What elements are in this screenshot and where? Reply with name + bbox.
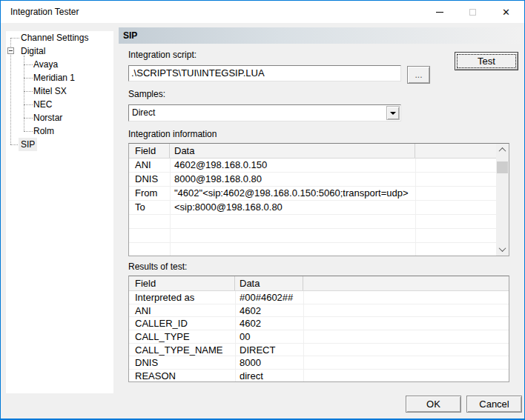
table-row[interactable]: ANI 4602@198.168.0.150 xyxy=(129,159,509,173)
scroll-down-button[interactable] xyxy=(496,243,509,256)
close-button[interactable]: ✕ xyxy=(489,1,523,23)
results-of-test-table: Field Data Interpreted as #00#4602## ANI… xyxy=(128,276,509,382)
column-divider xyxy=(303,291,304,381)
page-title: SIP xyxy=(119,27,521,44)
test-button[interactable]: Test xyxy=(455,52,518,70)
sidebar-item-digital[interactable]: Digital xyxy=(6,44,113,58)
titlebar: Integration Tester ✕ xyxy=(1,1,524,23)
table-row[interactable]: DNIS 8000 xyxy=(129,356,509,370)
browse-button[interactable]: ... xyxy=(407,66,430,84)
table-header: Field Data xyxy=(129,144,509,159)
collapse-minus-icon[interactable] xyxy=(7,47,14,54)
sidebar-item-channel-settings[interactable]: Channel Settings xyxy=(6,31,113,44)
sidebar-item-avaya[interactable]: Avaya xyxy=(6,58,113,71)
table-row[interactable]: CALL_TYPE 00 xyxy=(129,330,509,344)
integration-tree: Channel Settings Digital Avaya Meridian … xyxy=(6,31,113,393)
integration-script-input[interactable]: .\SCRIPTS\TUI\INTEGSIP.LUA xyxy=(128,65,401,81)
column-divider xyxy=(415,159,416,256)
results-of-test-label: Results of test: xyxy=(128,261,187,272)
integration-script-label: Integration script: xyxy=(128,50,197,60)
sidebar-item-nec[interactable]: NEC xyxy=(6,98,113,111)
header-cell-data[interactable]: Data xyxy=(235,276,303,290)
scroll-up-button[interactable] xyxy=(496,144,509,156)
dropdown-button[interactable] xyxy=(386,106,400,120)
cancel-button[interactable]: Cancel xyxy=(466,396,522,413)
sidebar-item-rolm[interactable]: Rolm xyxy=(6,124,113,138)
table-row-empty xyxy=(129,229,509,243)
close-icon: ✕ xyxy=(502,7,510,17)
scroll-thumb[interactable] xyxy=(497,161,508,173)
sidebar-item-norstar[interactable]: Norstar xyxy=(6,111,113,124)
header-cell-filler xyxy=(303,276,509,290)
table-row[interactable]: To <sip:8000@198.168.0.80 xyxy=(129,201,509,215)
minimize-button[interactable] xyxy=(423,1,456,23)
table-row[interactable]: Interpreted as #00#4602## xyxy=(129,291,509,304)
table-row[interactable]: ANI 4602 xyxy=(129,304,509,318)
table-row[interactable]: CALL_TYPE_NAME DIRECT xyxy=(129,344,509,357)
header-cell-field[interactable]: Field xyxy=(129,276,235,290)
sidebar-item-mitel-sx[interactable]: Mitel SX xyxy=(6,84,113,98)
sidebar-item-sip[interactable]: SIP xyxy=(6,138,113,151)
window-title: Integration Tester xyxy=(10,7,79,17)
header-cell-data[interactable]: Data xyxy=(170,144,415,158)
header-cell-field[interactable]: Field xyxy=(129,144,170,158)
column-divider xyxy=(170,159,171,256)
table-row[interactable]: From "4602"<sip:4602@198.168.0.150:5060;… xyxy=(129,187,509,201)
chevron-down-icon xyxy=(390,112,396,115)
minimize-icon xyxy=(436,12,443,13)
sidebar-item-meridian-1[interactable]: Meridian 1 xyxy=(6,71,113,84)
samples-select[interactable]: Direct xyxy=(128,104,401,121)
column-divider xyxy=(235,291,236,381)
maximize-button xyxy=(456,1,489,23)
ok-button[interactable]: OK xyxy=(406,396,461,413)
integration-tester-dialog: Integration Tester ✕ Channel Settings Di… xyxy=(0,0,525,420)
samples-selected-value: Direct xyxy=(132,107,155,118)
maximize-icon xyxy=(469,9,476,16)
chevron-up-icon xyxy=(499,147,506,155)
table-header: Field Data xyxy=(129,276,509,291)
table-row[interactable]: REASON direct xyxy=(129,370,509,382)
table-row[interactable]: DNIS 8000@198.168.0.80 xyxy=(129,173,509,187)
table-row[interactable]: CALLER_ID 4602 xyxy=(129,317,509,330)
info-table-scrollbar[interactable] xyxy=(496,144,509,256)
integration-information-table: Field Data ANI 4602@198.168.0.150 DNIS 8… xyxy=(128,143,509,256)
chevron-down-icon xyxy=(499,244,506,252)
integration-information-label: Integration information xyxy=(128,129,217,139)
header-cell-filler xyxy=(415,144,509,158)
table-row-empty xyxy=(129,215,509,229)
table-row-empty xyxy=(129,243,509,256)
samples-label: Samples: xyxy=(128,89,165,99)
